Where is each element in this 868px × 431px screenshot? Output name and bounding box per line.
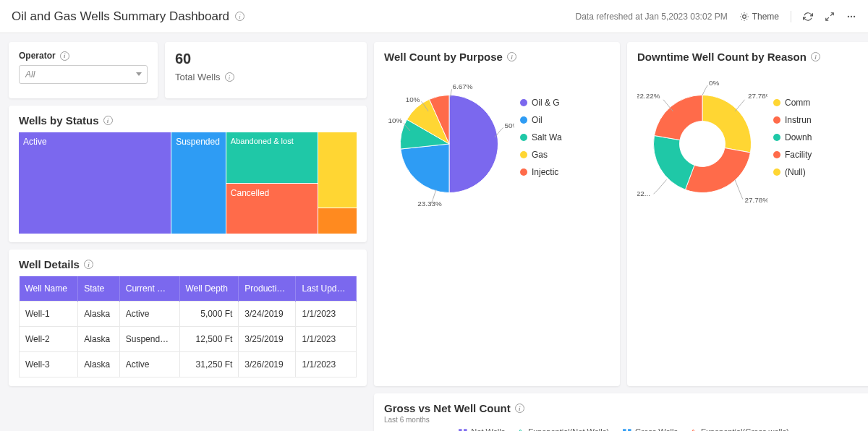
table-cell: Well-2 (20, 327, 78, 352)
swatch-icon (773, 134, 780, 141)
info-icon[interactable] (811, 52, 820, 61)
title-text: Downtime Well Count by Reason (637, 51, 807, 63)
refresh-icon (803, 12, 813, 22)
card-title: Well Count by Purpose (384, 51, 610, 63)
legend-label: (Null) (785, 167, 806, 177)
downtime-donut-card: Downtime Well Count by Reason 0%27.78%27… (627, 42, 868, 386)
total-wells-card: 60 Total Wells (165, 42, 367, 98)
svg-point-1 (848, 15, 849, 17)
info-icon[interactable] (515, 404, 524, 413)
treemap-tile-suspended[interactable]: Suspended (171, 132, 226, 234)
pie-slice[interactable] (685, 148, 750, 193)
swatch-icon (773, 168, 780, 176)
operator-label: Operator (19, 51, 148, 61)
select-wrap (19, 65, 148, 84)
bar-legend: ▮▮Net Wells ∿Exponential(Net Wells) ▮▮Gr… (384, 427, 863, 431)
operator-label-text: Operator (19, 51, 56, 61)
table-cell: Active (119, 352, 179, 377)
legend-item[interactable]: Instrun (773, 115, 863, 125)
table-header[interactable]: Current … (119, 276, 179, 302)
fullscreen-button[interactable] (825, 12, 835, 22)
purpose-pie-chart[interactable]: 50%23.33%10%10%6.67% (384, 66, 514, 209)
info-icon[interactable] (235, 12, 244, 21)
info-icon[interactable] (225, 72, 234, 82)
donut-container: 0%27.78%27.78%22...22.22% CommInstrunDow… (637, 66, 863, 209)
legend-item[interactable]: Oil (520, 115, 610, 125)
svg-point-0 (742, 14, 746, 18)
treemap-tile[interactable] (318, 132, 357, 208)
refresh-timestamp: Data refreshed at Jan 5,2023 03:02 PM (576, 12, 728, 22)
legend-item[interactable]: (Null) (773, 167, 863, 177)
table-header[interactable]: State (78, 276, 119, 302)
treemap-tile-abandoned[interactable]: Abandoned & lost (226, 132, 318, 183)
legend-label: Exponential(Gross wells) (701, 427, 789, 431)
legend-label: Exponential(Net Wells) (528, 427, 609, 431)
table-cell: Active (119, 302, 179, 327)
legend-label: Oil & G (532, 98, 560, 108)
legend-label: Oil (532, 115, 542, 125)
swatch-icon (773, 99, 780, 106)
info-icon[interactable] (84, 260, 93, 269)
bar-icon: ▮▮ (458, 427, 468, 431)
table-row[interactable]: Well-1AlaskaActive5,000 Ft3/24/20191/1/2… (20, 302, 357, 327)
downtime-donut-chart[interactable]: 0%27.78%27.78%22...22.22% (637, 66, 767, 209)
swatch-icon (520, 99, 527, 106)
treemap-chart[interactable]: Active Suspended Abandoned & lost Cancel… (19, 132, 357, 234)
legend-item[interactable]: Downh (773, 132, 863, 142)
treemap-tile-active[interactable]: Active (19, 132, 171, 234)
table-header[interactable]: Producti… (239, 276, 296, 302)
legend-label: Comm (785, 98, 810, 108)
pie-slice[interactable] (654, 95, 702, 140)
bar-icon: ▮▮ (622, 427, 632, 431)
theme-button[interactable]: Theme (739, 12, 779, 22)
table-row[interactable]: Well-2AlaskaSuspend…12,500 Ft3/25/20191/… (20, 327, 357, 352)
pie-slice[interactable] (702, 95, 752, 153)
legend-item[interactable]: Salt Wa (520, 132, 610, 142)
legend-item[interactable]: Injectic (520, 167, 610, 177)
kpi-label: Total Wells (175, 72, 357, 82)
card-title: Well Details (19, 258, 357, 270)
legend-item: ▮▮Gross Wells (622, 427, 678, 431)
well-details-table[interactable]: Well NameStateCurrent …Well DepthProduct… (19, 276, 357, 377)
legend-item[interactable]: Facility (773, 150, 863, 160)
operator-select[interactable] (19, 65, 148, 84)
table-header[interactable]: Well Depth (179, 276, 239, 302)
title-text: Well Count by Purpose (384, 51, 503, 63)
table-cell: Alaska (78, 302, 119, 327)
table-cell: 12,500 Ft (179, 327, 239, 352)
table-header[interactable]: Well Name (20, 276, 78, 302)
wells-by-status-card: Wells by Status Active Suspended Abandon… (9, 106, 367, 242)
treemap-tile-cancelled[interactable]: Cancelled (226, 184, 318, 234)
table-cell: 3/24/2019 (239, 302, 296, 327)
treemap-col: Suspended (171, 132, 226, 234)
swatch-icon (773, 151, 780, 158)
legend-label: Net Wells (471, 427, 505, 431)
table-cell: 1/1/2023 (296, 327, 357, 352)
kpi-label-text: Total Wells (175, 72, 221, 82)
info-icon[interactable] (103, 116, 113, 125)
pie-slice[interactable] (449, 95, 498, 193)
wave-icon: ∿ (691, 427, 698, 431)
pie-slice[interactable] (654, 135, 694, 189)
treemap-tile[interactable] (318, 208, 357, 234)
card-title: Gross vs Net Well Count (384, 402, 863, 414)
card-title: Downtime Well Count by Reason (637, 51, 863, 63)
pie-label: 27.78% (745, 196, 768, 204)
info-icon[interactable] (507, 52, 516, 61)
legend-item[interactable]: Gas (520, 150, 610, 160)
legend-item[interactable]: Oil & G (520, 98, 610, 108)
legend-label: Facility (785, 150, 812, 160)
well-details-card: Well Details Well NameStateCurrent …Well… (9, 249, 367, 386)
card-title: Wells by Status (19, 114, 357, 127)
pie-label: 23.33% (417, 200, 442, 208)
table-header[interactable]: Last Upd… (296, 276, 357, 302)
purpose-pie-card: Well Count by Purpose 50%23.33%10%10%6.6… (374, 42, 620, 386)
legend-item[interactable]: Comm (773, 98, 863, 108)
more-button[interactable] (846, 12, 856, 22)
kpi-row: Operator 60 Total Wells (9, 42, 367, 98)
table-cell: 31,250 Ft (179, 352, 239, 377)
info-icon[interactable] (60, 51, 69, 61)
pie-slice[interactable] (401, 144, 449, 193)
refresh-button[interactable] (803, 12, 813, 22)
table-row[interactable]: Well-3AlaskaActive31,250 Ft3/26/20191/1/… (20, 352, 357, 377)
